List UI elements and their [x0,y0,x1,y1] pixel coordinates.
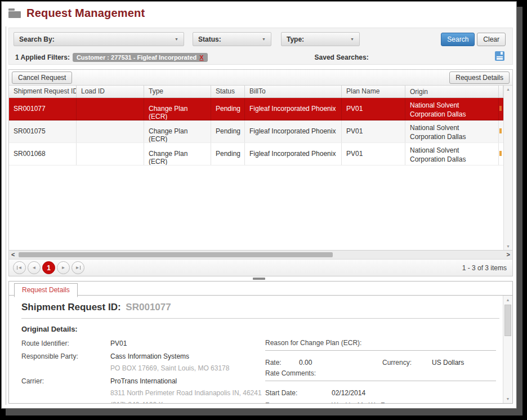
column-header-plan-name[interactable]: Plan Name [342,86,405,97]
rate-row: Rate: 0.00 Currency: US Dollars [265,358,496,368]
pager-page-1-button[interactable]: 1 [42,261,55,274]
chevron-down-icon: ▼ [262,37,266,41]
table-header-row: Shipment Request ID Load ID Type Status … [9,86,503,98]
search-button[interactable]: Search [441,33,475,46]
pager-next-icon: ► [61,265,66,270]
original-details-title: Original Details: [21,325,499,333]
scroll-left-icon[interactable]: < [11,251,15,258]
start-date-value: 02/12/2014 [332,388,496,399]
panel-splitter[interactable] [2,276,516,281]
details-columns: Route Identifier: PV01 Responsible Party… [21,338,499,403]
chevron-down-icon: ▼ [175,37,178,41]
pager-prev-icon: ◄ [32,265,37,270]
requests-table: Shipment Request ID Load ID Type Status … [9,86,503,250]
page-title: Request Management [26,7,145,20]
details-heading: Shipment Request ID: SR001077 [21,302,499,313]
column-header-shipment-request-id[interactable]: Shipment Request ID [9,86,77,97]
details-scroll-thumb[interactable] [504,305,511,336]
type-label: Type: [287,35,304,43]
horizontal-scroll-thumb[interactable] [19,252,333,257]
save-search-icon[interactable] [495,51,504,63]
status-dropdown[interactable]: Status: ▼ [193,32,271,46]
currency-value: US Dollars [432,358,496,368]
table-row[interactable]: SR001077 Change Plan (ECR) Pending Figle… [9,98,503,120]
pager-first-button[interactable]: ◄ [13,261,26,274]
type-dropdown[interactable]: Type: ▼ [281,32,360,46]
details-heading-label: Shipment Request ID: [21,302,121,312]
requests-grid-panel: Cancel Request Request Details Shipment … [8,69,513,276]
app-window: Request Management Search By: ▼ Status: … [1,1,517,409]
cell-billto: Figleaf Incorporated Phoenix [245,143,342,165]
start-date-label: Start Date: [265,388,332,399]
currency-label: Currency: [382,358,432,368]
table-row[interactable]: SR001075 Change Plan (ECR) Pending Figle… [9,120,503,143]
carrier-name: ProTrans International [110,376,262,387]
pager-last-button[interactable]: ► [72,261,84,274]
start-date-row: Start Date: 02/12/2014 [265,388,496,399]
column-header-type[interactable]: Type [144,86,211,97]
cell-clipped [499,98,503,120]
reason-label: Reason for Change Plan (ECR): [265,338,496,348]
scroll-down-icon[interactable]: ▼ [503,397,512,401]
scroll-up-icon[interactable]: ▲ [506,87,510,91]
rate-value: 0.00 [299,358,382,368]
cell-status: Pending [211,98,245,120]
column-header-billto[interactable]: BillTo [245,86,342,97]
details-right-column: Reason for Change Plan (ECR): Rate: 0.00… [265,338,499,403]
clipped-text-mark [499,106,502,111]
pager-first-icon: ◄ [18,265,23,270]
route-identifier-value: PV01 [110,338,127,350]
details-content: Shipment Request ID: SR001077 Original D… [9,296,503,403]
cancel-request-button[interactable]: Cancel Request [12,72,72,84]
applied-filters-row: 1 Applied Filters: Customer : 277531 - F… [14,51,506,63]
cell-billto: Figleaf Incorporated Phoenix [245,120,342,142]
request-details-panel: Request Details Shipment Request ID: SR0… [8,281,513,404]
pager-items-count: 1 - 3 of 3 items [462,264,507,272]
splitter-grip-icon[interactable] [253,278,265,280]
column-header-load-id[interactable]: Load ID [77,86,144,97]
carrier-value: ProTrans International 8311 North Perime… [110,376,262,403]
responsible-party-value: Cass Information Systems PO BOX 17669, S… [110,351,229,374]
scroll-up-icon[interactable]: ▲ [503,298,512,302]
grid-vertical-scrollbar[interactable]: ▲ ▼ [503,86,512,250]
clipped-text-mark [499,151,502,156]
clipped-row-label: Frequency: [265,400,332,403]
pager-prev-button[interactable]: ◄ [28,261,41,274]
cell-load-id [77,98,144,120]
table-row[interactable]: SR001068 Change Plan (ECR) Pending Figle… [9,143,503,166]
details-left-column: Route Identifier: PV01 Responsible Party… [21,338,265,403]
route-identifier-label: Route Identifier: [21,338,110,350]
clipped-text-mark [499,128,502,133]
clear-button[interactable]: Clear [477,33,506,46]
column-header-origin[interactable]: Origin [405,86,499,97]
search-row: Search By: ▼ Status: ▼ Type: ▼ Search Cl… [14,32,506,46]
titlebar: Request Management [2,2,516,28]
scroll-right-icon[interactable]: > [507,251,510,258]
search-by-label: Search By: [19,35,55,43]
cell-load-id [77,143,144,165]
filter-chip: Customer : 277531 - Figleaf Incorporated… [73,53,208,62]
rate-label: Rate: [265,358,299,368]
scroll-down-icon[interactable]: ▼ [506,244,510,248]
cell-load-id [77,120,144,142]
rate-comments-label: Rate Comments: [265,368,496,379]
heading-divider [21,318,499,319]
search-by-dropdown[interactable]: Search By: ▼ [14,32,184,46]
cell-type: Change Plan (ECR) [144,143,211,165]
content-left-rule [6,26,6,405]
grid-horizontal-scrollbar[interactable]: < > [9,250,512,259]
details-vertical-scrollbar[interactable]: ▲ ▼ [503,296,512,403]
column-header-clipped [499,86,503,97]
pager-next-button[interactable]: ► [57,261,70,274]
tab-request-details[interactable]: Request Details [14,283,78,297]
cell-clipped [499,143,503,165]
chevron-down-icon: ▼ [350,37,354,41]
clipped-detail-row: Frequency: Weekly: Mo We Fr [265,400,496,403]
cell-shipment-request-id: SR001075 [9,120,77,142]
clipped-row-value: Weekly: Mo We Fr [332,400,496,403]
rate-comments-divider [265,381,496,381]
request-details-button[interactable]: Request Details [449,72,510,84]
column-header-status[interactable]: Status [211,86,245,97]
applied-filters-label: 1 Applied Filters: [15,53,70,61]
remove-filter-button[interactable]: X [199,54,203,61]
